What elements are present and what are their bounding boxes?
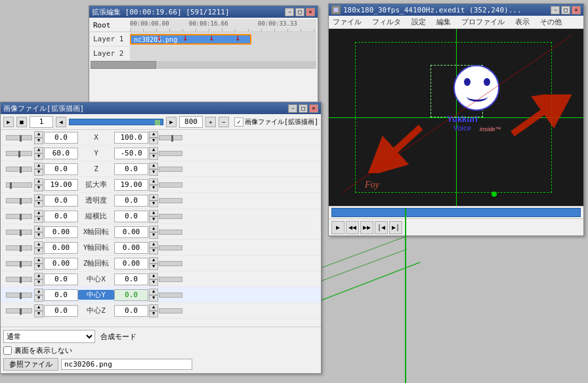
slider-mini-left-rotZ[interactable]: [6, 261, 32, 266]
slider-track-rotY[interactable]: [159, 245, 182, 251]
menu-other[interactable]: その他: [539, 17, 563, 27]
arrow-up-right-rotY[interactable]: ▲: [149, 241, 158, 248]
props-minus-btn[interactable]: −: [219, 117, 229, 127]
arrow-dn-left-X[interactable]: ▼: [34, 138, 43, 144]
arrow-up-left-rotZ[interactable]: ▲: [34, 257, 43, 264]
val1-rotZ[interactable]: 0.00: [44, 258, 78, 270]
props-prev-btn[interactable]: ◀: [56, 117, 66, 127]
slider-track-rotZ[interactable]: [159, 261, 182, 266]
arrow-up-right-centerZ[interactable]: ▲: [149, 304, 158, 311]
layer2-area[interactable]: [130, 47, 316, 60]
next-frame-btn[interactable]: ▶▶: [360, 221, 373, 234]
preview-progress-bar[interactable]: [331, 208, 581, 217]
frame-current[interactable]: 1: [30, 116, 53, 128]
val2-rotZ[interactable]: 0.00: [114, 258, 148, 270]
preview-canvas[interactable]: Yukkuri Voice inside™ Foy: [329, 29, 583, 206]
val2-rotY[interactable]: 0.00: [114, 242, 148, 254]
arrow-dn-left-rotY[interactable]: ▼: [34, 248, 43, 254]
arrow-dn-left-Y[interactable]: ▼: [34, 153, 43, 160]
first-frame-btn[interactable]: |◀: [375, 221, 388, 234]
arrow-dn-left-aspect[interactable]: ▼: [34, 216, 43, 223]
menu-filter[interactable]: フィルタ: [371, 17, 402, 27]
props-play-btn[interactable]: ▶: [3, 117, 14, 127]
menu-view[interactable]: 表示: [514, 17, 531, 27]
arrow-dn-right-aspect[interactable]: ▼: [149, 216, 158, 223]
arrow-dn-right-centerX[interactable]: ▼: [149, 279, 158, 286]
arrow-up-left-rotY[interactable]: ▲: [34, 241, 43, 248]
arrow-dn-right-rotX[interactable]: ▼: [149, 232, 158, 239]
preview-max-btn[interactable]: □: [561, 6, 570, 14]
props-min-btn[interactable]: －: [288, 104, 297, 113]
val1-centerZ[interactable]: 0.0: [44, 305, 78, 317]
val2-centerZ[interactable]: 0.0: [114, 305, 148, 317]
menu-edit[interactable]: 編集: [435, 17, 452, 27]
arrow-dn-right-Z[interactable]: ▼: [149, 169, 158, 176]
arrow-up-right-scale[interactable]: ▲: [149, 178, 158, 185]
arrow-dn-left-opacity[interactable]: ▼: [34, 201, 43, 207]
arrow-up-right-aspect[interactable]: ▲: [149, 210, 158, 216]
arrow-up-left-Z[interactable]: ▲: [34, 163, 43, 169]
arrow-up-right-rotZ[interactable]: ▲: [149, 257, 158, 264]
arrow-dn-right-X[interactable]: ▼: [149, 138, 158, 144]
timeline-scroll-thumb[interactable]: [91, 61, 156, 69]
prev-frame-btn[interactable]: ◀◀: [346, 221, 359, 234]
blend-mode-select[interactable]: 通常 加算 減算: [3, 330, 95, 343]
menu-file[interactable]: ファイル: [331, 17, 363, 27]
arrow-up-right-opacity[interactable]: ▲: [149, 194, 158, 201]
slider-mini-left-rotY[interactable]: [6, 245, 32, 251]
arrow-up-right-Z[interactable]: ▲: [149, 163, 158, 169]
slider-track-centerZ[interactable]: [159, 308, 182, 313]
val1-Z[interactable]: 0.0: [44, 163, 78, 175]
slider-mini-left-Z[interactable]: [6, 167, 32, 172]
arrow-dn-left-centerY[interactable]: ▼: [34, 295, 43, 302]
ref-file-btn[interactable]: 参照ファイル: [3, 358, 58, 371]
slider-mini-left-centerX[interactable]: [6, 277, 32, 282]
timeline-min-btn[interactable]: －: [285, 8, 294, 16]
layer1-area[interactable]: nc30206.png ↓ ↓ ↓ ↓: [130, 32, 316, 46]
arrow-dn-right-opacity[interactable]: ▼: [149, 201, 158, 207]
slider-track-centerX[interactable]: [159, 277, 182, 282]
val1-Y[interactable]: 60.0: [44, 148, 78, 159]
slider-mini-left-opacity[interactable]: [6, 198, 32, 203]
arrow-up-right-centerY[interactable]: ▲: [149, 289, 158, 295]
props-close-btn[interactable]: ×: [309, 104, 318, 113]
val2-centerY[interactable]: 0.0: [114, 289, 148, 301]
arrow-up-left-aspect[interactable]: ▲: [34, 210, 43, 216]
layer1-clip[interactable]: nc30206.png: [130, 34, 251, 45]
slider-track-rotX[interactable]: [159, 230, 182, 235]
val1-X[interactable]: 0.0: [44, 132, 78, 144]
menu-settings[interactable]: 設定: [410, 17, 427, 27]
arrow-up-left-Y[interactable]: ▲: [34, 147, 43, 153]
arrow-up-right-centerX[interactable]: ▲: [149, 273, 158, 279]
slider-mini-left-X[interactable]: [6, 135, 32, 140]
arrow-up-right-Y[interactable]: ▲: [149, 147, 158, 153]
val2-Y[interactable]: -50.0: [114, 148, 148, 159]
props-progress-bar[interactable]: [69, 119, 163, 125]
root-track-area[interactable]: 00:00:00.00 00:00:16.66 00:00:33.33: [130, 19, 316, 31]
arrow-up-left-X[interactable]: ▲: [34, 131, 43, 138]
arrow-dn-right-rotZ[interactable]: ▼: [149, 264, 158, 270]
val2-X[interactable]: 100.0: [114, 132, 148, 144]
val1-centerY[interactable]: 0.0: [44, 289, 78, 301]
arrow-dn-right-centerZ[interactable]: ▼: [149, 311, 158, 317]
slider-track-centerY[interactable]: [159, 292, 182, 298]
slider-mini-left-rotX[interactable]: [6, 230, 32, 235]
arrow-up-left-scale[interactable]: ▲: [34, 178, 43, 185]
timeline-max-btn[interactable]: □: [295, 8, 304, 16]
slider-track-opacity[interactable]: [159, 198, 182, 203]
preview-close-btn[interactable]: ×: [572, 6, 581, 14]
val2-Z[interactable]: 0.0: [114, 163, 148, 175]
arrow-up-left-centerY[interactable]: ▲: [34, 289, 43, 295]
arrow-dn-right-Y[interactable]: ▼: [149, 153, 158, 160]
arrow-dn-left-centerZ[interactable]: ▼: [34, 311, 43, 317]
slider-mini-left-scale[interactable]: [6, 182, 32, 188]
props-max-btn[interactable]: □: [299, 104, 308, 113]
timeline-close-btn[interactable]: ×: [306, 8, 315, 16]
val1-scale[interactable]: 19.00: [44, 179, 78, 191]
val2-centerX[interactable]: 0.0: [114, 273, 148, 285]
val2-scale[interactable]: 19.00: [114, 179, 148, 191]
val1-opacity[interactable]: 0.0: [44, 195, 78, 207]
val2-rotX[interactable]: 0.00: [114, 226, 148, 238]
val1-rotX[interactable]: 0.00: [44, 226, 78, 238]
last-frame-btn[interactable]: ▶|: [389, 221, 402, 234]
